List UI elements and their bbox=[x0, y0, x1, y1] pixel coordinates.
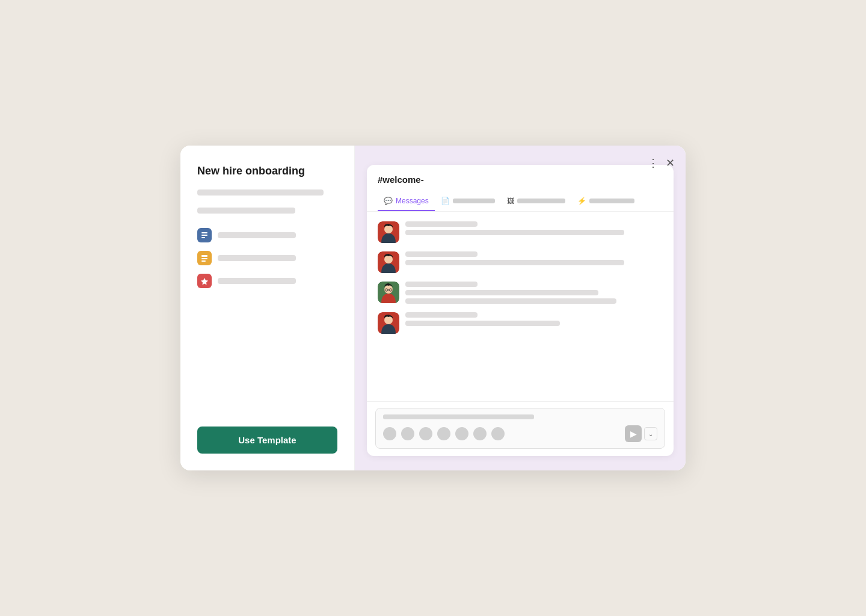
send-area: ▶ ⌄ bbox=[625, 425, 657, 442]
svg-rect-2 bbox=[201, 237, 205, 238]
icon-row-text-2 bbox=[218, 255, 296, 261]
activity-tab-skeleton bbox=[589, 199, 634, 203]
svg-rect-4 bbox=[201, 258, 207, 259]
svg-point-17 bbox=[384, 316, 393, 324]
use-template-button[interactable]: Use Template bbox=[197, 427, 337, 454]
avatar-3 bbox=[378, 282, 399, 303]
icon-row-2 bbox=[197, 251, 337, 265]
tab-activity[interactable]: ⚡ bbox=[571, 192, 640, 211]
input-placeholder-skeleton bbox=[383, 414, 534, 419]
svg-rect-1 bbox=[201, 235, 207, 236]
messages-tab-icon: 💬 bbox=[384, 197, 393, 205]
toolbar-icon-2[interactable] bbox=[401, 427, 414, 440]
toolbar-icon-1[interactable] bbox=[383, 427, 396, 440]
skeleton-desc-wide bbox=[197, 189, 324, 196]
message-content-2 bbox=[405, 251, 663, 265]
images-tab-icon: 🖼 bbox=[507, 197, 514, 205]
icon-badge-orange bbox=[197, 251, 212, 265]
activity-tab-icon: ⚡ bbox=[577, 197, 586, 205]
modal-container: New hire onboarding bbox=[180, 146, 686, 470]
msg-name-1 bbox=[405, 221, 478, 227]
images-tab-skeleton bbox=[517, 199, 565, 203]
send-chevron-button[interactable]: ⌄ bbox=[644, 427, 657, 440]
left-content: New hire onboarding bbox=[197, 165, 337, 412]
message-content-4 bbox=[405, 312, 663, 326]
msg-name-4 bbox=[405, 312, 478, 318]
msg-text-3a bbox=[405, 290, 598, 295]
chat-header: #welcome- 💬 Messages 📄 🖼 bbox=[367, 165, 674, 212]
chat-tabs: 💬 Messages 📄 🖼 ⚡ bbox=[378, 192, 663, 211]
icon-row-text-3 bbox=[218, 278, 296, 284]
message-content-3 bbox=[405, 282, 663, 304]
toolbar-icon-5[interactable] bbox=[455, 427, 468, 440]
toolbar-icon-6[interactable] bbox=[473, 427, 487, 440]
message-row-2 bbox=[378, 251, 663, 273]
msg-text-3b bbox=[405, 298, 616, 304]
send-button[interactable]: ▶ bbox=[625, 425, 642, 442]
toolbar-icon-3[interactable] bbox=[419, 427, 432, 440]
icon-badge-red bbox=[197, 274, 212, 288]
svg-point-12 bbox=[384, 285, 393, 294]
files-tab-skeleton bbox=[453, 199, 495, 203]
icon-row-text-1 bbox=[218, 232, 296, 238]
toolbar-icon-4[interactable] bbox=[437, 427, 450, 440]
icon-badge-blue bbox=[197, 228, 212, 242]
svg-rect-0 bbox=[201, 232, 207, 233]
message-content-1 bbox=[405, 221, 663, 235]
toolbar-icons bbox=[383, 427, 505, 440]
avatar-2 bbox=[378, 251, 399, 273]
svg-marker-6 bbox=[201, 278, 208, 285]
icon-row-1 bbox=[197, 228, 337, 242]
files-tab-icon: 📄 bbox=[441, 197, 450, 205]
svg-point-8 bbox=[384, 225, 393, 233]
channel-name: #welcome- bbox=[378, 174, 663, 185]
tab-messages[interactable]: 💬 Messages bbox=[378, 192, 435, 211]
panel-title: New hire onboarding bbox=[197, 165, 337, 177]
message-row-1 bbox=[378, 221, 663, 243]
top-actions: ⋮ ✕ bbox=[648, 156, 675, 170]
left-panel: New hire onboarding bbox=[180, 146, 355, 470]
tab-images[interactable]: 🖼 bbox=[501, 192, 571, 211]
chat-window: #welcome- 💬 Messages 📄 🖼 bbox=[367, 165, 674, 456]
msg-name-2 bbox=[405, 251, 478, 257]
more-options-icon[interactable]: ⋮ bbox=[648, 156, 659, 170]
msg-name-3 bbox=[405, 282, 478, 287]
tab-files[interactable]: 📄 bbox=[435, 192, 501, 211]
avatar-1 bbox=[378, 221, 399, 243]
message-row-4 bbox=[378, 312, 663, 334]
right-panel: ⋮ ✕ #welcome- 💬 Messages 📄 🖼 bbox=[355, 146, 686, 470]
close-icon[interactable]: ✕ bbox=[666, 156, 675, 170]
skeleton-desc-medium bbox=[197, 208, 295, 214]
messages-area bbox=[367, 212, 674, 401]
chat-input-area: ▶ ⌄ bbox=[367, 401, 674, 456]
svg-rect-3 bbox=[201, 255, 207, 257]
msg-text-2a bbox=[405, 260, 624, 265]
toolbar-icon-7[interactable] bbox=[491, 427, 505, 440]
input-box[interactable]: ▶ ⌄ bbox=[375, 408, 665, 449]
input-toolbar: ▶ ⌄ bbox=[383, 425, 657, 442]
msg-text-1a bbox=[405, 230, 624, 235]
msg-text-4a bbox=[405, 321, 560, 326]
icon-row-3 bbox=[197, 274, 337, 288]
avatar-4 bbox=[378, 312, 399, 334]
svg-rect-5 bbox=[201, 260, 206, 262]
svg-point-10 bbox=[384, 255, 393, 263]
message-row-3 bbox=[378, 282, 663, 304]
messages-tab-label: Messages bbox=[396, 197, 429, 205]
